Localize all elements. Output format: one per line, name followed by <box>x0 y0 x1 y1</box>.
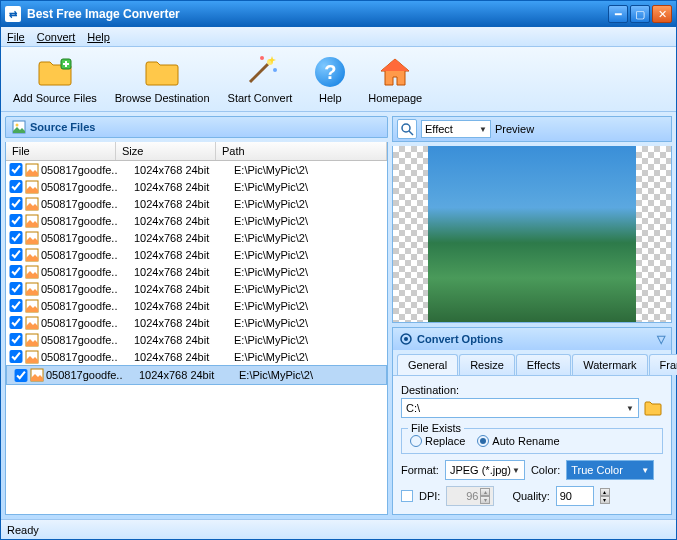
table-row[interactable]: 050817goodfe..1024x768 24bitE:\Pic\MyPic… <box>6 263 387 280</box>
cell-file: 050817goodfe.. <box>41 300 130 312</box>
dpi-checkbox[interactable] <box>401 490 413 502</box>
folder-icon <box>644 400 662 416</box>
table-row[interactable]: 050817goodfe..1024x768 24bitE:\Pic\MyPic… <box>6 195 387 212</box>
radio-icon <box>410 435 422 447</box>
row-checkbox[interactable] <box>9 248 23 261</box>
row-checkbox[interactable] <box>9 333 23 346</box>
panel-title: Source Files <box>30 121 95 133</box>
color-label: Color: <box>531 464 560 476</box>
row-checkbox[interactable] <box>9 265 23 278</box>
destination-input[interactable]: C:\ ▼ <box>401 398 639 418</box>
tab-effects[interactable]: Effects <box>516 354 571 375</box>
table-row[interactable]: 050817goodfe..1024x768 24bitE:\Pic\MyPic… <box>6 331 387 348</box>
cell-path: E:\Pic\MyPic\2\ <box>230 283 387 295</box>
table-row[interactable]: 050817goodfe..1024x768 24bitE:\Pic\MyPic… <box>6 178 387 195</box>
tab-frame[interactable]: Frame <box>649 354 677 375</box>
start-convert-button[interactable]: Start Convert <box>228 54 293 104</box>
tab-resize[interactable]: Resize <box>459 354 515 375</box>
row-checkbox[interactable] <box>9 197 23 210</box>
app-window: ⇄ Best Free Image Converter ━ ▢ ✕ File C… <box>0 0 677 540</box>
table-row[interactable]: 050817goodfe..1024x768 24bitE:\Pic\MyPic… <box>6 229 387 246</box>
radio-replace[interactable]: Replace <box>410 435 465 447</box>
table-row[interactable]: 050817goodfe..1024x768 24bitE:\Pic\MyPic… <box>6 348 387 365</box>
status-text: Ready <box>7 524 39 536</box>
zoom-button[interactable] <box>397 119 417 139</box>
tab-watermark[interactable]: Watermark <box>572 354 647 375</box>
table-row[interactable]: 050817goodfe..1024x768 24bitE:\Pic\MyPic… <box>6 161 387 178</box>
cell-path: E:\Pic\MyPic\2\ <box>230 351 387 363</box>
chevron-down-icon: ▼ <box>479 125 487 134</box>
image-file-icon <box>25 180 39 194</box>
menu-convert[interactable]: Convert <box>37 31 76 43</box>
collapse-icon[interactable]: ▽ <box>657 333 665 346</box>
cell-size: 1024x768 24bit <box>130 249 230 261</box>
image-file-icon <box>25 214 39 228</box>
add-source-button[interactable]: Add Source Files <box>13 54 97 104</box>
spin-up-icon: ▴ <box>480 488 490 496</box>
homepage-button[interactable]: Homepage <box>368 54 422 104</box>
maximize-button[interactable]: ▢ <box>630 5 650 23</box>
minimize-button[interactable]: ━ <box>608 5 628 23</box>
col-size[interactable]: Size <box>116 142 216 160</box>
col-file[interactable]: File <box>6 142 116 160</box>
format-dropdown[interactable]: JPEG (*.jpg) ▼ <box>445 460 525 480</box>
row-checkbox[interactable] <box>9 214 23 227</box>
svg-point-20 <box>402 124 410 132</box>
row-checkbox[interactable] <box>9 299 23 312</box>
table-row[interactable]: 050817goodfe..1024x768 24bitE:\Pic\MyPic… <box>6 365 387 385</box>
row-checkbox[interactable] <box>14 369 28 382</box>
dpi-spinner[interactable]: 96 ▴▾ <box>446 486 494 506</box>
cell-file: 050817goodfe.. <box>46 369 135 381</box>
svg-line-21 <box>409 131 413 135</box>
spin-down-icon[interactable]: ▾ <box>600 496 610 504</box>
tabs: General Resize Effects Watermark Frame <box>393 350 671 375</box>
browse-destination-button[interactable]: Browse Destination <box>115 54 210 104</box>
row-checkbox[interactable] <box>9 231 23 244</box>
cell-size: 1024x768 24bit <box>130 334 230 346</box>
table-row[interactable]: 050817goodfe..1024x768 24bitE:\Pic\MyPic… <box>6 212 387 229</box>
table-row[interactable]: 050817goodfe..1024x768 24bitE:\Pic\MyPic… <box>6 246 387 263</box>
quality-label: Quality: <box>512 490 549 502</box>
tab-general[interactable]: General <box>397 354 458 375</box>
color-value: True Color <box>571 464 623 476</box>
table-row[interactable]: 050817goodfe..1024x768 24bitE:\Pic\MyPic… <box>6 297 387 314</box>
menu-file[interactable]: File <box>7 31 25 43</box>
tool-label: Homepage <box>368 92 422 104</box>
row-checkbox[interactable] <box>9 316 23 329</box>
cell-size: 1024x768 24bit <box>135 369 235 381</box>
row-checkbox[interactable] <box>9 350 23 363</box>
radio-auto-rename[interactable]: Auto Rename <box>477 435 559 447</box>
cell-file: 050817goodfe.. <box>41 351 130 363</box>
cell-path: E:\Pic\MyPic\2\ <box>230 198 387 210</box>
gear-icon <box>399 332 413 346</box>
cell-file: 050817goodfe.. <box>41 249 130 261</box>
destination-value: C:\ <box>406 402 420 414</box>
color-dropdown[interactable]: True Color ▼ <box>566 460 654 480</box>
cell-size: 1024x768 24bit <box>130 283 230 295</box>
chevron-down-icon: ▼ <box>641 466 649 475</box>
table-row[interactable]: 050817goodfe..1024x768 24bitE:\Pic\MyPic… <box>6 314 387 331</box>
row-checkbox[interactable] <box>9 163 23 176</box>
menu-help[interactable]: Help <box>87 31 110 43</box>
close-button[interactable]: ✕ <box>652 5 672 23</box>
cell-file: 050817goodfe.. <box>41 215 130 227</box>
help-button[interactable]: ? Help <box>310 54 350 104</box>
table-row[interactable]: 050817goodfe..1024x768 24bitE:\Pic\MyPic… <box>6 280 387 297</box>
radio-icon <box>477 435 489 447</box>
row-checkbox[interactable] <box>9 282 23 295</box>
cell-size: 1024x768 24bit <box>130 198 230 210</box>
left-pane: Source Files File Size Path 050817goodfe… <box>5 116 388 515</box>
menubar: File Convert Help <box>1 27 676 47</box>
home-icon <box>375 54 415 90</box>
cell-path: E:\Pic\MyPic\2\ <box>230 164 387 176</box>
browse-folder-button[interactable] <box>643 398 663 418</box>
quality-input[interactable]: 90 <box>556 486 594 506</box>
cell-path: E:\Pic\MyPic\2\ <box>230 300 387 312</box>
spin-up-icon[interactable]: ▴ <box>600 488 610 496</box>
preview-label: Preview <box>495 123 534 135</box>
effect-dropdown[interactable]: Effect ▼ <box>421 120 491 138</box>
row-checkbox[interactable] <box>9 180 23 193</box>
cell-file: 050817goodfe.. <box>41 232 130 244</box>
col-path[interactable]: Path <box>216 142 387 160</box>
svg-point-4 <box>273 68 277 72</box>
